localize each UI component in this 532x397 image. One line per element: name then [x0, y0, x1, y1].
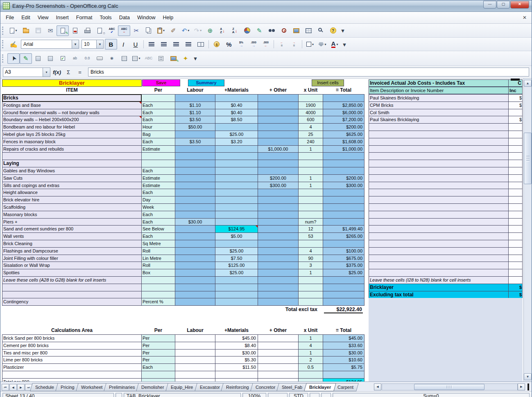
format-paintbrush-icon[interactable]: ✐ [167, 25, 179, 36]
column-header-labour[interactable]: Labour [175, 87, 215, 94]
invoice-entry[interactable] [369, 131, 509, 138]
cell-labour[interactable] [175, 152, 215, 160]
invoice-entry[interactable]: CPM Bricks [369, 102, 509, 109]
align-center-icon[interactable] [158, 39, 170, 50]
cell-materials[interactable]: $8.50 [215, 116, 258, 124]
cell-total[interactable] [323, 291, 364, 299]
cell-unit[interactable] [298, 284, 323, 291]
calc-cell-labour[interactable] [175, 356, 215, 364]
cell-other[interactable] [258, 298, 299, 306]
invoice-entry[interactable] [369, 232, 509, 240]
cell-unit[interactable]: 12 [298, 225, 323, 233]
calc-cell-total[interactable]: $30.00 [323, 349, 364, 357]
cell-total[interactable] [323, 196, 364, 204]
cell-per[interactable]: Estimate [141, 182, 175, 189]
calc-header-materials[interactable]: +Materials [215, 327, 258, 334]
cell-unit[interactable]: 1 [298, 269, 323, 277]
invoice-entry-tax[interactable] [508, 218, 523, 226]
invoice-entry[interactable] [369, 189, 509, 196]
calc-cell-per[interactable]: Per [141, 349, 175, 357]
cell-total[interactable]: $375.00 [323, 262, 364, 269]
calc-total-other[interactable] [258, 378, 299, 381]
cell-labour[interactable] [175, 203, 215, 211]
invoice-entry-tax[interactable] [508, 189, 523, 196]
cell-unit[interactable] [298, 152, 323, 160]
email-icon[interactable]: ✉ [44, 25, 57, 36]
column-header-other[interactable]: + Other [258, 87, 299, 94]
section-row-item[interactable]: Bricks [2, 94, 142, 102]
cell-other[interactable]: $300.00 [258, 182, 299, 189]
invoice-summary-row[interactable]: Bricklayer [369, 284, 509, 291]
cell-other[interactable] [258, 262, 299, 269]
sheet-tab-bricklayer[interactable]: Bricklayer [304, 383, 336, 391]
cell-materials[interactable]: $25.00 [215, 247, 258, 255]
calc-total-item[interactable]: Total per 800 [2, 378, 142, 381]
cell-per[interactable]: Each [141, 102, 175, 109]
cell-total[interactable] [323, 160, 364, 167]
vertical-scrollbar[interactable] [523, 79, 532, 381]
close-button[interactable]: ✕ [510, 1, 529, 9]
sheet-tab-reinforcing[interactable]: Reinforcing [221, 383, 254, 391]
invoice-entry-tax[interactable] [508, 247, 523, 255]
help-icon[interactable]: ? [327, 25, 339, 36]
status-field-blank-6[interactable] [310, 393, 319, 397]
function-wizard-button[interactable]: f(x) [52, 68, 62, 77]
text-box-icon[interactable]: ab [69, 53, 81, 64]
function-button[interactable]: = [75, 68, 85, 77]
cell-other[interactable] [258, 240, 299, 248]
invoice-entry[interactable] [369, 203, 509, 211]
toolbar-options-icon[interactable]: ▾ [192, 54, 199, 63]
invoice-entry[interactable] [369, 167, 509, 175]
invoice-entry-tax[interactable] [508, 174, 523, 182]
invoice-entry-tax[interactable] [508, 167, 523, 175]
invoice-entry[interactable] [369, 145, 509, 153]
invoice-entry-tax[interactable]: $ [508, 102, 523, 109]
invoice-entry-tax[interactable] [508, 255, 523, 262]
invoice-entry-tax[interactable] [508, 123, 523, 131]
sort-descending-icon[interactable]: ZA↓ [229, 25, 241, 36]
invoice-entry-tax[interactable]: $ [508, 116, 523, 124]
cell-total[interactable]: $6,000.00 [323, 109, 364, 117]
row-item[interactable]: Piers + [2, 218, 142, 226]
cell-total[interactable]: $7,200.00 [323, 116, 364, 124]
align-justify-icon[interactable] [182, 39, 195, 50]
column-header-materials[interactable]: +Materials [215, 87, 258, 94]
cell-labour[interactable] [175, 145, 215, 153]
invoice-note-tax[interactable] [508, 276, 523, 284]
row-item[interactable]: Brick Cleaning [2, 240, 142, 248]
calc-cell-materials[interactable]: $8.40 [215, 342, 258, 350]
borders-icon[interactable]: ▾ [304, 39, 316, 50]
cell-labour[interactable] [175, 131, 215, 138]
invoice-entry[interactable] [369, 174, 509, 182]
cell-materials[interactable] [215, 291, 258, 299]
invoice-entry[interactable]: Paul Skaines Bricklaying [369, 116, 509, 124]
calc-cell-total[interactable]: $45.00 [323, 334, 364, 342]
cell-other[interactable] [258, 152, 299, 160]
calc-cell-unit[interactable]: 0.5 [298, 363, 323, 371]
calc-cell-per[interactable]: Per [141, 342, 175, 350]
cell-other[interactable] [258, 196, 299, 204]
cell-materials[interactable]: $124.95 [215, 225, 258, 233]
invoice-entry[interactable] [369, 211, 509, 219]
cell-total[interactable]: $265.00 [323, 232, 364, 240]
row-item[interactable]: Repairs of cracks and rebuilds [2, 145, 142, 153]
calc-cell-materials[interactable]: $11.50 [215, 363, 258, 371]
scroll-split-handle[interactable] [511, 79, 520, 81]
row-item[interactable]: Brick elevator hire [2, 196, 142, 204]
cell-unit[interactable] [298, 94, 323, 102]
cell-materials[interactable] [215, 145, 258, 153]
cell-labour[interactable] [175, 262, 215, 269]
find-replace-icon[interactable] [265, 25, 278, 36]
new-document-icon[interactable]: ▾ [7, 25, 20, 36]
sheet-tab-excavator[interactable]: Excavator [195, 383, 225, 391]
undo-icon[interactable]: ↶▾ [179, 25, 192, 36]
cell-unit[interactable]: 1 [298, 182, 323, 189]
sheet-tab-schedule[interactable]: Schedule [30, 383, 59, 391]
calc-cell-total[interactable]: $5.75 [323, 363, 364, 371]
cell-total[interactable]: $200.00 [323, 123, 364, 131]
calc-cell-labour[interactable] [175, 349, 215, 357]
cell-materials[interactable]: $0.40 [215, 109, 258, 117]
row-item[interactable]: Leave these cells (A28 to G28) blank for… [2, 276, 142, 284]
invoice-entry-tax[interactable] [508, 225, 523, 233]
cell-materials[interactable] [215, 240, 258, 248]
